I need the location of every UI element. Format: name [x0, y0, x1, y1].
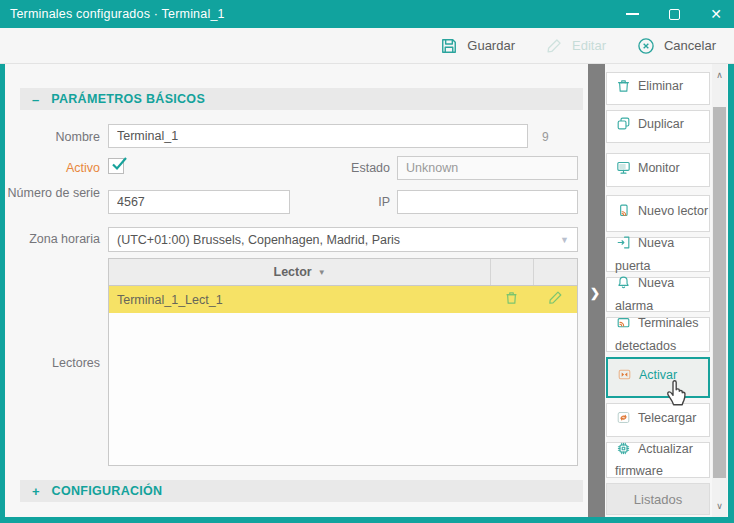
form-area: – PARÁMETROS BÁSICOS Nombre 9 Activo Est…	[5, 64, 588, 517]
expand-indicator: +	[32, 484, 40, 499]
actualizar-firmware-button[interactable]: Actualizar firmware	[606, 442, 710, 478]
table-header-row: Lector ▼	[109, 259, 577, 286]
maximize-button[interactable]	[669, 9, 680, 20]
hand-cursor-icon	[663, 375, 691, 411]
nuevo-lector-button[interactable]: Nuevo lector	[606, 195, 710, 232]
button-label: Duplicar	[638, 117, 684, 131]
ip-input[interactable]	[397, 190, 578, 214]
telecargar-button[interactable]: Telecargar	[606, 403, 710, 437]
ip-label: IP	[295, 195, 390, 211]
button-label: Monitor	[638, 161, 680, 175]
lector-header-label: Lector	[274, 265, 312, 279]
section-configuracion[interactable]: + CONFIGURACIÓN	[20, 480, 583, 502]
trash-icon	[615, 77, 632, 99]
button-label: Telecargar	[638, 411, 696, 425]
edit-label: Editar	[572, 38, 606, 53]
chevron-right-icon: ❯	[590, 286, 600, 300]
minimize-icon	[626, 13, 639, 15]
section-title: PARÁMETROS BÁSICOS	[51, 92, 205, 106]
activo-checkbox[interactable]	[108, 158, 124, 174]
terminal-config-window: Terminales configurados · Terminal_1 ✕ G…	[0, 0, 734, 523]
zona-horaria-value: (UTC+01:00) Brussels, Copenhagen, Madrid…	[117, 233, 400, 247]
delete-lector-button[interactable]	[490, 289, 533, 310]
edit-lector-button[interactable]	[533, 289, 577, 310]
lectores-label: Lectores	[5, 356, 100, 372]
table-row[interactable]: Terminal_1_Lect_1	[109, 286, 577, 313]
door-icon	[615, 234, 632, 256]
action-panel: Eliminar Duplicar Monitor Nuevo lector N…	[605, 64, 712, 517]
download-icon	[615, 409, 632, 431]
numero-serie-label: Número de serie	[5, 186, 100, 202]
edit-icon	[545, 36, 564, 55]
duplicate-icon	[615, 115, 632, 137]
maximize-icon	[669, 9, 680, 20]
duplicar-button[interactable]: Duplicar	[606, 110, 710, 143]
main-content: – PARÁMETROS BÁSICOS Nombre 9 Activo Est…	[0, 64, 734, 523]
checkmark-icon	[110, 155, 128, 177]
sort-arrow-icon: ▼	[318, 268, 326, 277]
minimize-button[interactable]	[626, 13, 639, 15]
reader-icon	[615, 202, 632, 224]
eliminar-button[interactable]: Eliminar	[606, 72, 710, 105]
cancel-button[interactable]: Cancelar	[636, 36, 716, 56]
button-label: Nuevo lector	[638, 204, 708, 218]
nombre-input[interactable]	[108, 124, 528, 148]
action-column-header-1	[490, 259, 533, 285]
detect-icon	[615, 314, 632, 336]
chip-icon	[615, 440, 632, 462]
lector-column-header[interactable]: Lector ▼	[109, 259, 490, 285]
nueva-puerta-button[interactable]: Nueva puerta	[606, 237, 710, 272]
nombre-label: Nombre	[5, 130, 100, 146]
cancel-label: Cancelar	[664, 38, 716, 53]
edit-button[interactable]: Editar	[545, 36, 606, 55]
scrollbar-thumb[interactable]	[713, 107, 726, 478]
save-button[interactable]: Guardar	[439, 36, 515, 56]
window-title: Terminales configurados · Terminal_1	[10, 7, 225, 21]
numero-serie-input[interactable]	[108, 190, 290, 214]
activo-label: Activo	[5, 161, 100, 177]
title-bar: Terminales configurados · Terminal_1 ✕	[0, 0, 734, 28]
zona-horaria-select[interactable]: (UTC+01:00) Brussels, Copenhagen, Madrid…	[108, 227, 578, 252]
save-label: Guardar	[467, 38, 515, 53]
cancel-icon	[636, 36, 656, 56]
nueva-alarma-button[interactable]: Nueva alarma	[606, 277, 710, 312]
scroll-up-arrow-icon[interactable]: ∧	[712, 64, 727, 86]
pencil-icon	[547, 289, 564, 310]
panel-splitter[interactable]: ❯	[588, 64, 605, 517]
activate-icon	[616, 366, 633, 388]
button-label: Eliminar	[638, 79, 683, 93]
action-column-header-2	[533, 259, 577, 285]
scroll-down-arrow-icon[interactable]: ∨	[712, 495, 727, 517]
lector-name-cell: Terminal_1_Lect_1	[109, 293, 490, 307]
dropdown-arrow-icon: ▼	[560, 235, 569, 245]
activar-button[interactable]: Activar	[606, 357, 710, 398]
bell-icon	[615, 274, 632, 296]
section-title: CONFIGURACIÓN	[52, 484, 163, 498]
listados-section-header[interactable]: Listados	[606, 483, 710, 515]
vertical-scrollbar[interactable]: ∧ ∨	[712, 64, 727, 517]
trash-icon	[503, 289, 520, 310]
zona-horaria-label: Zona horaria	[5, 232, 100, 248]
collapse-indicator: –	[32, 92, 39, 107]
terminales-detectados-button[interactable]: Terminales detectados	[606, 317, 710, 352]
monitor-button[interactable]: Monitor	[606, 153, 710, 187]
section-parametros-basicos[interactable]: – PARÁMETROS BÁSICOS	[20, 88, 583, 110]
toolbar: Guardar Editar Cancelar	[0, 28, 734, 64]
save-icon	[439, 36, 459, 56]
monitor-icon	[615, 159, 632, 181]
close-button[interactable]: ✕	[710, 7, 722, 21]
nombre-char-counter: 9	[542, 130, 549, 144]
lectores-table: Lector ▼ Terminal_1_Lect_1	[108, 258, 578, 466]
estado-input	[397, 156, 578, 180]
estado-label: Estado	[295, 161, 390, 177]
